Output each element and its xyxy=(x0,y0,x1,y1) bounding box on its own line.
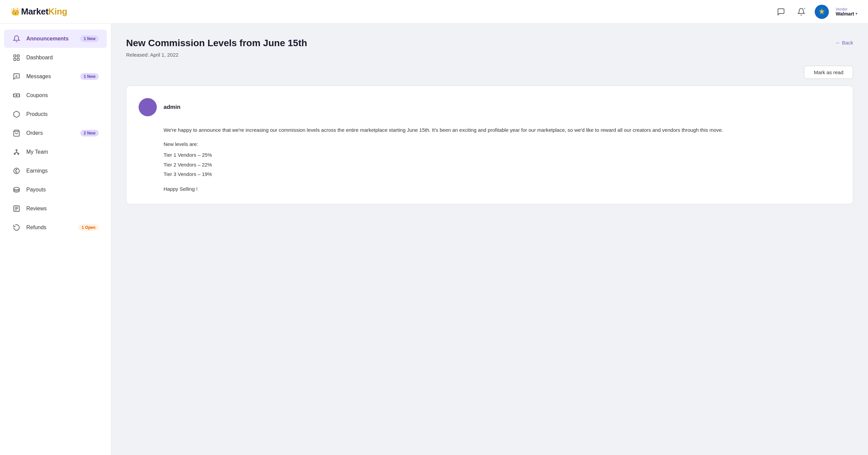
sidebar-item-dashboard[interactable]: Dashboard xyxy=(4,49,107,67)
myteam-label: My Team xyxy=(26,149,99,155)
tier-item-2: Tier 2 Vendors – 22% xyxy=(164,160,841,170)
mark-as-read-button[interactable]: Mark as read xyxy=(804,66,853,79)
messages-label: Messages xyxy=(26,73,75,80)
sidebar-item-announcements[interactable]: Announcements 1 New xyxy=(4,30,107,48)
earnings-label: Earnings xyxy=(26,168,99,174)
page-title: New Commission Levels from June 15th xyxy=(126,37,307,49)
announcement-body: We're happy to announce that we're incre… xyxy=(164,126,841,134)
products-icon xyxy=(12,110,21,119)
announcements-badge: 1 New xyxy=(80,35,99,42)
svg-rect-3 xyxy=(17,55,19,57)
card-header: admin xyxy=(139,98,841,116)
announcement-card: admin We're happy to announce that we're… xyxy=(126,86,853,204)
svg-point-15 xyxy=(16,150,17,151)
svg-line-20 xyxy=(17,152,19,153)
mark-read-row: Mark as read xyxy=(126,66,853,79)
orders-badge: 2 New xyxy=(80,130,99,136)
reviews-icon xyxy=(12,204,21,213)
refunds-label: Refunds xyxy=(26,224,73,231)
sidebar-item-refunds[interactable]: Refunds 1 Open xyxy=(4,218,107,237)
logo: 👑 MarketKing xyxy=(11,6,67,17)
orders-icon xyxy=(12,129,21,138)
messages-badge: 1 New xyxy=(80,73,99,80)
payouts-icon xyxy=(12,185,21,194)
sidebar-item-orders[interactable]: Orders 2 New xyxy=(4,124,107,142)
coupons-icon xyxy=(12,91,21,100)
earnings-icon xyxy=(12,166,21,175)
tier-item-3: Tier 3 Vendors – 19% xyxy=(164,170,841,179)
card-body: We're happy to announce that we're incre… xyxy=(139,126,841,192)
sidebar-item-coupons[interactable]: Coupons xyxy=(4,86,107,104)
refunds-badge: 1 Open xyxy=(78,224,99,231)
products-label: Products xyxy=(26,111,99,117)
svg-rect-8 xyxy=(13,94,20,97)
vendor-label: Vendor xyxy=(836,7,857,11)
svg-rect-5 xyxy=(17,58,19,60)
svg-point-24 xyxy=(14,187,20,190)
sidebar-item-earnings[interactable]: Earnings xyxy=(4,162,107,180)
main-content: New Commission Levels from June 15th ← B… xyxy=(111,24,868,455)
page-header: New Commission Levels from June 15th ← B… xyxy=(126,37,853,49)
release-date: Released: April 1, 2022 xyxy=(126,52,853,58)
svg-line-19 xyxy=(15,152,17,153)
sidebar: Announcements 1 New Dashboard xyxy=(0,24,111,455)
reviews-label: Reviews xyxy=(26,206,99,212)
header-right: Vendor Walmart ▾ xyxy=(774,5,857,19)
sidebar-item-payouts[interactable]: Payouts xyxy=(4,181,107,199)
admin-name: admin xyxy=(164,104,180,111)
announcements-icon xyxy=(12,34,21,43)
vendor-info[interactable]: Vendor Walmart ▾ xyxy=(836,7,857,17)
tier-item-1: Tier 1 Vendors – 25% xyxy=(164,150,841,160)
payouts-label: Payouts xyxy=(26,187,99,193)
tier-list: Tier 1 Vendors – 25% Tier 2 Vendors – 22… xyxy=(164,150,841,179)
svg-rect-4 xyxy=(14,58,16,60)
chat-button[interactable] xyxy=(774,5,788,19)
sidebar-item-reviews[interactable]: Reviews xyxy=(4,200,107,218)
chevron-down-icon: ▾ xyxy=(856,12,857,16)
svg-point-16 xyxy=(14,153,16,155)
notification-dot xyxy=(803,7,806,10)
svg-rect-2 xyxy=(14,55,16,57)
logo-crown: 👑 xyxy=(11,7,20,16)
sidebar-item-myteam[interactable]: My Team xyxy=(4,143,107,161)
announcements-label: Announcements xyxy=(26,36,75,42)
logo-king-text: King xyxy=(48,6,67,17)
header: 👑 MarketKing Vendor Walmart ▾ xyxy=(0,0,868,24)
admin-avatar xyxy=(139,98,157,116)
app-body: Announcements 1 New Dashboard xyxy=(0,24,868,455)
myteam-icon xyxy=(12,148,21,156)
sidebar-item-messages[interactable]: Messages 1 New xyxy=(4,67,107,86)
vendor-avatar[interactable] xyxy=(815,5,829,19)
svg-point-9 xyxy=(16,95,17,96)
vendor-name: Walmart ▾ xyxy=(836,11,857,17)
dashboard-label: Dashboard xyxy=(26,55,99,61)
orders-label: Orders xyxy=(26,130,75,136)
coupons-label: Coupons xyxy=(26,92,99,98)
refunds-icon xyxy=(12,223,21,232)
dashboard-icon xyxy=(12,53,21,62)
sidebar-item-products[interactable]: Products xyxy=(4,105,107,123)
card-closing: Happy Selling ! xyxy=(164,186,841,192)
new-levels-label: New levels are: xyxy=(164,140,841,149)
notifications-button[interactable] xyxy=(794,5,808,19)
svg-point-21 xyxy=(14,168,20,174)
logo-market-text: Market xyxy=(21,6,49,17)
back-link[interactable]: ← Back xyxy=(835,40,853,46)
svg-point-17 xyxy=(18,153,19,155)
messages-icon xyxy=(12,72,21,81)
